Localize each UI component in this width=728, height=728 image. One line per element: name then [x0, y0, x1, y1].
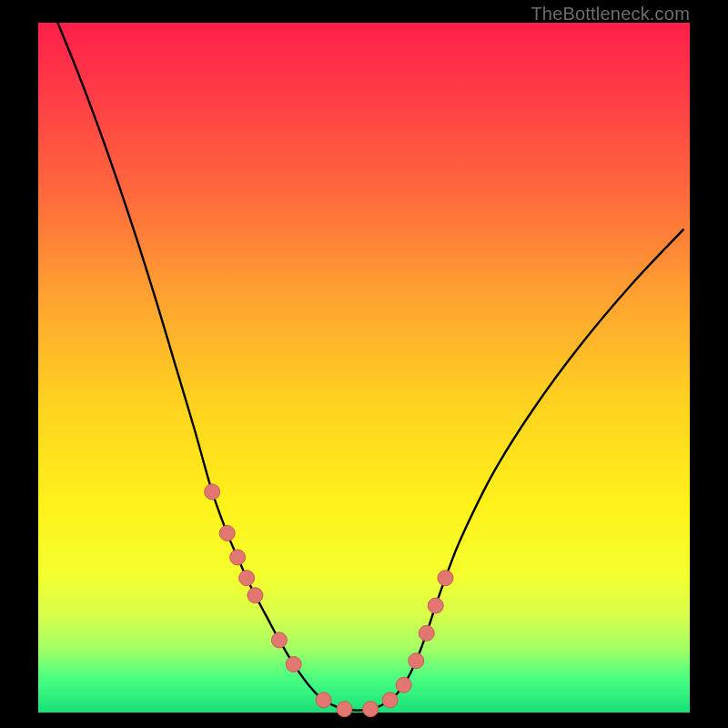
data-marker — [219, 525, 235, 541]
data-marker — [396, 677, 411, 693]
data-marker — [382, 693, 398, 708]
data-marker — [316, 693, 331, 708]
data-marker — [248, 588, 263, 603]
data-marker — [239, 571, 255, 586]
left-marker-group — [205, 484, 379, 717]
data-marker — [409, 653, 424, 669]
data-marker — [428, 598, 443, 613]
data-marker — [205, 484, 220, 500]
right-marker-group — [382, 571, 453, 708]
data-marker — [286, 656, 301, 672]
chart-overlay — [38, 23, 690, 713]
data-marker — [271, 632, 287, 648]
data-marker — [419, 625, 434, 641]
bottleneck-curve — [57, 23, 682, 711]
data-marker — [337, 702, 352, 717]
data-marker — [363, 702, 379, 717]
outer-frame: TheBottleneck.com — [0, 0, 728, 728]
data-marker — [438, 571, 453, 586]
data-marker — [230, 550, 246, 565]
attribution-text: TheBottleneck.com — [531, 4, 690, 25]
